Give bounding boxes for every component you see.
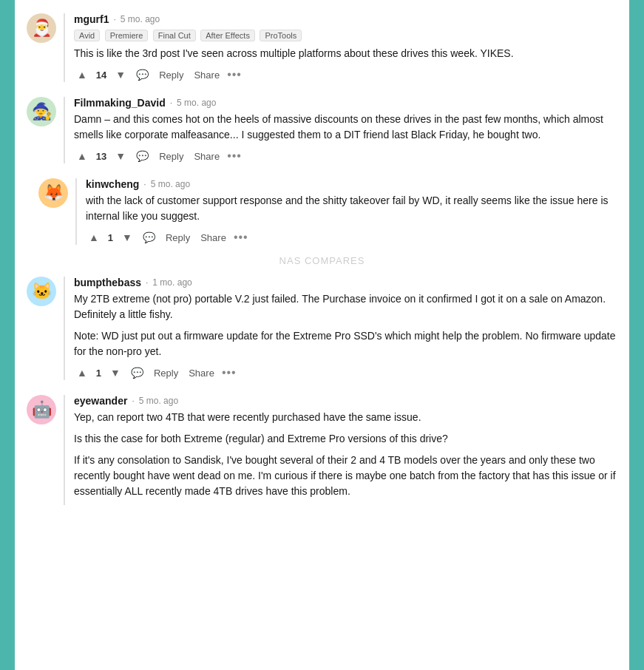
comment-text-filmmaking-david: Damn – and this comes hot on the heels o… xyxy=(74,112,617,143)
username-mgurf1[interactable]: mgurf1 xyxy=(74,13,109,25)
comment-btn-bumpthebass[interactable]: 💬 xyxy=(128,365,146,380)
downvote-kinwcheng[interactable]: ▼ xyxy=(119,230,135,245)
timestamp-kinwcheng: 5 mo. ago xyxy=(151,179,190,189)
sep-eyewander: · xyxy=(132,396,134,406)
vote-count-filmmaking-david: 13 xyxy=(96,151,106,162)
comment-header-bumpthebass: bumpthebass · 1 mo. ago xyxy=(74,277,617,288)
more-btn-filmmaking-david[interactable]: ••• xyxy=(227,149,242,163)
page-container: 🎅 mgurf1 · 5 mo. ago Avid Premiere Final… xyxy=(15,0,629,670)
avatar-filmmaking-david: 🧙 xyxy=(27,97,56,126)
more-btn-mgurf1[interactable]: ••• xyxy=(227,68,242,81)
downvote-mgurf1[interactable]: ▼ xyxy=(112,67,129,82)
comment-bumpthebass: 🐱 bumpthebass · 1 mo. ago My 2TB extreme… xyxy=(15,269,629,388)
comment-header-eyewander: eyewander · 5 mo. ago xyxy=(74,395,617,407)
comment-mgurf1: 🎅 mgurf1 · 5 mo. ago Avid Premiere Final… xyxy=(15,6,629,89)
avatar-kinwcheng: 🦊 xyxy=(38,178,68,208)
timestamp-bumpthebass: 1 mo. ago xyxy=(152,277,191,288)
reply-btn-filmmaking-david[interactable]: Reply xyxy=(156,149,186,163)
tag-protools: ProTools xyxy=(260,30,302,41)
comment-body-bumpthebass: bumpthebass · 1 mo. ago My 2TB extreme (… xyxy=(64,277,617,380)
reply-btn-mgurf1[interactable]: Reply xyxy=(156,68,186,82)
vote-count-mgurf1: 14 xyxy=(96,70,106,81)
username-eyewander[interactable]: eyewander xyxy=(74,395,127,407)
sep-filmmaking: · xyxy=(170,98,172,108)
reply-btn-bumpthebass[interactable]: Reply xyxy=(151,366,181,380)
tag-premiere: Premiere xyxy=(105,30,149,41)
avatar-bumpthebass: 🐱 xyxy=(27,277,56,306)
reply-btn-kinwcheng[interactable]: Reply xyxy=(163,231,193,245)
comment-text-eyewander: Yep, can report two 4TB that were recent… xyxy=(74,410,617,499)
share-btn-mgurf1[interactable]: Share xyxy=(191,68,223,82)
vote-count-bumpthebass: 1 xyxy=(96,368,101,379)
comment-btn-filmmaking-david[interactable]: 💬 xyxy=(133,149,152,163)
tag-finalcut: Final Cut xyxy=(153,30,196,41)
timestamp-eyewander: 5 mo. ago xyxy=(139,396,178,406)
share-btn-kinwcheng[interactable]: Share xyxy=(197,231,229,245)
timestamp-filmmaking-david: 5 mo. ago xyxy=(177,98,216,108)
avatar-eyewander: 🤖 xyxy=(27,395,56,424)
comment-header-mgurf1: mgurf1 · 5 mo. ago xyxy=(74,13,617,25)
upvote-bumpthebass[interactable]: ▲ xyxy=(74,365,90,380)
comment-btn-mgurf1[interactable]: 💬 xyxy=(133,67,152,82)
comment-text-kinwcheng: with the lack of customer support respon… xyxy=(86,193,617,224)
actions-bumpthebass: ▲ 1 ▼ 💬 Reply Share ••• xyxy=(74,365,617,380)
comment-body-kinwcheng: kinwcheng · 5 mo. ago with the lack of c… xyxy=(75,178,617,245)
actions-mgurf1: ▲ 14 ▼ 💬 Reply Share ••• xyxy=(74,67,617,82)
more-btn-kinwcheng[interactable]: ••• xyxy=(234,231,248,244)
sep-kinwcheng: · xyxy=(143,179,146,189)
actions-filmmaking-david: ▲ 13 ▼ 💬 Reply Share ••• xyxy=(74,149,617,163)
upvote-filmmaking-david[interactable]: ▲ xyxy=(74,149,90,163)
username-kinwcheng[interactable]: kinwcheng xyxy=(86,178,139,190)
comment-text-bumpthebass: My 2TB extreme (not pro) portable V.2 ju… xyxy=(74,291,617,359)
more-btn-bumpthebass[interactable]: ••• xyxy=(222,366,237,379)
comment-eyewander: 🤖 eyewander · 5 mo. ago Yep, can report … xyxy=(15,388,629,512)
comment-body-mgurf1: mgurf1 · 5 mo. ago Avid Premiere Final C… xyxy=(64,13,617,82)
vote-count-kinwcheng: 1 xyxy=(108,232,113,243)
comment-kinwcheng: 🦊 kinwcheng · 5 mo. ago with the lack of… xyxy=(15,171,629,252)
timestamp-mgurf1-time: 5 mo. ago xyxy=(121,14,160,24)
comment-btn-kinwcheng[interactable]: 💬 xyxy=(140,230,158,245)
comment-text-mgurf1: This is like the 3rd post I've seen acro… xyxy=(74,46,617,61)
share-btn-bumpthebass[interactable]: Share xyxy=(186,366,217,380)
sep-bumpthebass: · xyxy=(146,277,148,288)
comment-header-kinwcheng: kinwcheng · 5 mo. ago xyxy=(86,178,617,190)
share-btn-filmmaking-david[interactable]: Share xyxy=(191,149,223,163)
tag-aftereffects: After Effects xyxy=(200,30,255,41)
avatar-mgurf1: 🎅 xyxy=(27,13,56,43)
comment-header-filmmaking-david: Filmmaking_David · 5 mo. ago xyxy=(74,97,617,109)
username-filmmaking-david[interactable]: Filmmaking_David xyxy=(74,97,166,109)
comment-body-eyewander: eyewander · 5 mo. ago Yep, can report tw… xyxy=(64,395,617,505)
username-bumpthebass[interactable]: bumpthebass xyxy=(74,277,141,288)
downvote-filmmaking-david[interactable]: ▼ xyxy=(112,149,129,163)
tag-avid: Avid xyxy=(74,30,100,41)
timestamp-mgurf1: · xyxy=(113,14,115,24)
tags-mgurf1: Avid Premiere Final Cut After Effects Pr… xyxy=(74,28,617,41)
watermark: NAS COMPARES xyxy=(15,255,629,266)
downvote-bumpthebass[interactable]: ▼ xyxy=(107,365,123,380)
comment-filmmaking-david: 🧙 Filmmaking_David · 5 mo. ago Damn – an… xyxy=(15,89,629,171)
upvote-mgurf1[interactable]: ▲ xyxy=(74,67,90,82)
upvote-kinwcheng[interactable]: ▲ xyxy=(86,230,102,245)
actions-kinwcheng: ▲ 1 ▼ 💬 Reply Share ••• xyxy=(86,230,617,245)
comment-body-filmmaking-david: Filmmaking_David · 5 mo. ago Damn – and … xyxy=(64,97,617,163)
